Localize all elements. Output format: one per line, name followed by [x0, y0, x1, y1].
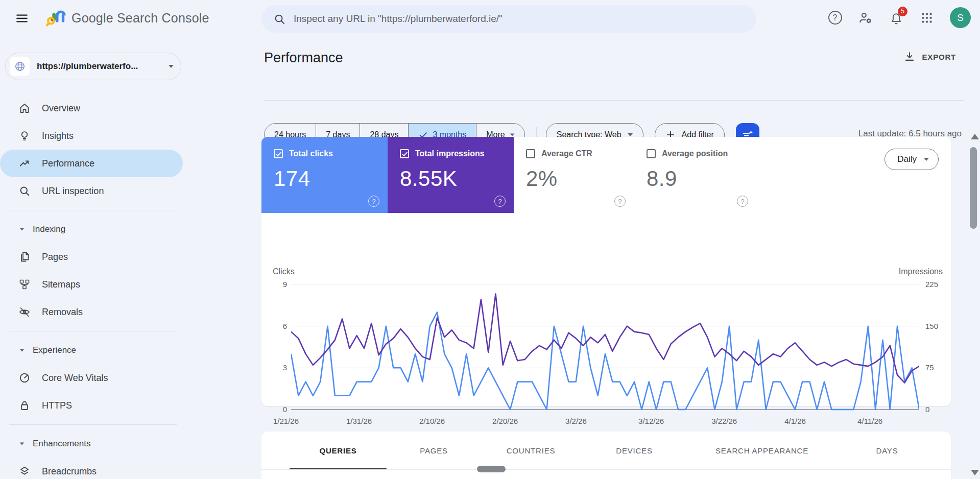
lightbulb-icon [18, 130, 31, 142]
x-axis-tick: 4/11/26 [857, 417, 898, 425]
sidebar-item-removals[interactable]: Removals [0, 298, 183, 326]
search-input[interactable] [294, 13, 733, 25]
performance-panel: Total clicks174?Total impressions8.55K?A… [261, 137, 951, 406]
sidebar-divider [9, 210, 177, 210]
tab-queries[interactable]: QUERIES [290, 446, 387, 455]
metric-card-total-impressions[interactable]: Total impressions8.55K? [388, 137, 514, 213]
dimension-tabs: QUERIESPAGESCOUNTRIESDEVICESSEARCH APPEA… [290, 432, 938, 470]
sidebar-item-insights[interactable]: Insights [0, 122, 183, 150]
x-axis-tick: 1/31/26 [346, 417, 387, 425]
manage-users-icon[interactable] [858, 10, 873, 26]
active-tab-underline [290, 468, 387, 469]
sidebar-divider [9, 331, 177, 331]
left-axis-tick: 0 [276, 405, 287, 414]
sidebar-item-overview[interactable]: Overview [0, 94, 183, 122]
help-icon[interactable]: ? [614, 196, 626, 207]
search-icon [274, 13, 285, 25]
right-axis-title: Impressions [899, 267, 943, 276]
left-axis-tick: 9 [276, 280, 287, 289]
checked-checkbox[interactable] [400, 149, 409, 158]
sidebar-item-performance[interactable]: Performance [0, 150, 183, 177]
metric-card-average-position[interactable]: Average position8.9? [634, 137, 756, 213]
left-axis-tick: 6 [276, 322, 287, 330]
sidebar-item-url-inspection[interactable]: URL inspection [0, 177, 183, 205]
left-axis-title: Clicks [273, 267, 295, 276]
right-axis-tick: 150 [925, 322, 938, 330]
home-icon [18, 102, 31, 114]
x-axis-tick: 2/10/26 [419, 417, 460, 425]
export-button[interactable]: EXPORT [904, 51, 956, 62]
help-icon[interactable]: ? [737, 196, 748, 207]
right-axis-tick: 75 [925, 363, 934, 372]
tab-days[interactable]: DAYS [836, 446, 938, 455]
header-divider [264, 100, 964, 101]
unchecked-checkbox[interactable] [647, 149, 656, 158]
metric-card-average-ctr[interactable]: Average CTR2%? [514, 137, 634, 213]
right-axis-tick: 0 [925, 405, 929, 414]
checked-checkbox[interactable] [274, 149, 283, 158]
sidebar-section-experience[interactable]: Experience [0, 337, 183, 364]
x-axis-tick: 3/2/26 [565, 417, 606, 425]
tabs-divider [261, 469, 951, 470]
property-selector[interactable]: https://plumberwaterfo... [5, 53, 181, 80]
sidebar-item-breadcrumbs[interactable]: Breadcrumbs [0, 458, 183, 479]
sidebar-item-https[interactable]: HTTPS [0, 392, 183, 419]
metric-cards: Total clicks174?Total impressions8.55K?A… [261, 137, 951, 213]
sidebar-divider [9, 424, 177, 425]
scrollbar-up-arrow[interactable] [971, 134, 979, 139]
x-axis-tick: 3/12/26 [638, 417, 679, 425]
gauge-icon [18, 372, 31, 384]
left-axis-tick: 3 [276, 363, 287, 372]
unchecked-checkbox[interactable] [526, 149, 535, 158]
notifications-icon[interactable]: 5 [889, 10, 904, 26]
x-axis-tick: 2/20/26 [492, 417, 533, 425]
tab-devices[interactable]: DEVICES [581, 446, 688, 455]
scrollbar-down-arrow[interactable] [971, 470, 979, 475]
metric-card-total-clicks[interactable]: Total clicks174? [261, 137, 388, 213]
chevron-down-icon [924, 158, 929, 161]
sidebar-item-sitemaps[interactable]: Sitemaps [0, 271, 183, 298]
x-axis-tick: 1/21/26 [273, 417, 314, 425]
url-inspect-searchbar[interactable] [261, 5, 756, 33]
granularity-dropdown[interactable]: Daily [885, 149, 939, 170]
help-icon[interactable]: ? [827, 10, 843, 26]
sidebar-item-core-web-vitals[interactable]: Core Web Vitals [0, 364, 183, 392]
tab-countries[interactable]: COUNTRIES [481, 446, 581, 455]
menu-icon[interactable] [13, 10, 31, 27]
layers-icon [18, 465, 31, 477]
x-axis-tick: 3/22/26 [711, 417, 752, 425]
help-icon[interactable]: ? [368, 196, 379, 207]
performance-chart[interactable] [291, 283, 919, 411]
top-app-bar: Google Search Console ? 5 [0, 0, 980, 37]
avatar[interactable]: S [950, 7, 971, 28]
sidebar-section-indexing[interactable]: Indexing [0, 215, 183, 243]
dimensions-panel: QUERIESPAGESCOUNTRIESDEVICESSEARCH APPEA… [261, 432, 951, 479]
page-title: Performance [264, 50, 343, 66]
series-total-clicks [291, 312, 919, 410]
app-title: Google Search Console [71, 11, 209, 26]
app-logo[interactable]: Google Search Console [45, 6, 209, 30]
vertical-scrollbar[interactable] [970, 147, 977, 229]
horizontal-scrollbar[interactable] [477, 466, 506, 472]
chevron-down-icon [628, 133, 633, 136]
chevron-down-icon [20, 349, 25, 351]
sidebar-item-pages[interactable]: Pages [0, 243, 183, 271]
chevron-down-icon [510, 133, 514, 136]
series-total-impressions [291, 294, 919, 383]
property-url: https://plumberwaterfo... [37, 61, 169, 71]
sidebar: https://plumberwaterfo... OverviewInsigh… [0, 37, 240, 479]
sidebar-nav: OverviewInsightsPerformanceURL inspectio… [0, 94, 240, 479]
sidebar-section-enhancements[interactable]: Enhancements [0, 430, 183, 458]
trending-up-icon [18, 157, 31, 170]
search-icon [18, 185, 31, 197]
apps-grid-icon[interactable] [919, 10, 935, 26]
tab-search-appearance[interactable]: SEARCH APPEARANCE [688, 446, 836, 455]
main-content: Performance EXPORT 24 hours7 days28 days… [261, 37, 980, 479]
tab-pages[interactable]: PAGES [387, 446, 481, 455]
search-console-logo-icon [45, 6, 66, 30]
chevron-down-icon [169, 65, 174, 68]
help-icon[interactable]: ? [494, 196, 506, 207]
chevron-down-icon [20, 442, 25, 445]
sitemaps-icon [18, 278, 31, 291]
globe-icon [10, 57, 30, 76]
